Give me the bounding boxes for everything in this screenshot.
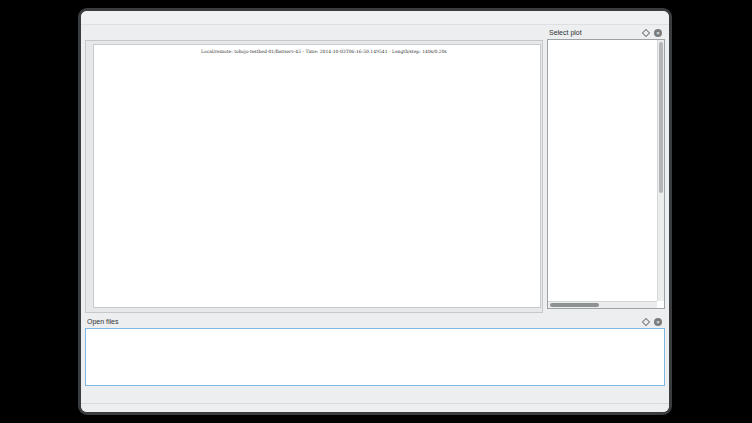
app-window: Local/remote: tohojo-testbed-01/fastserv…: [78, 8, 672, 415]
open-files-dock-header: Open files ×: [85, 315, 665, 328]
plot-list: [547, 39, 665, 309]
plot-list-items: [548, 40, 657, 301]
plot-caption: Local/remote: tohojo-testbed-01/fastserv…: [94, 49, 540, 54]
open-files-table[interactable]: [85, 328, 665, 386]
status-bar: [81, 403, 669, 413]
dock-close-icon[interactable]: ×: [654, 29, 662, 37]
dock-float-icon[interactable]: [642, 28, 650, 36]
open-files-dock-title: Open files: [85, 318, 119, 325]
dock-float-icon[interactable]: [642, 317, 650, 325]
dock-close-icon[interactable]: ×: [654, 318, 662, 326]
menubar: [81, 11, 669, 25]
open-files-dock: Open files ×: [85, 315, 665, 386]
plot-canvas[interactable]: Local/remote: tohojo-testbed-01/fastserv…: [93, 44, 541, 308]
select-plot-dock-header: Select plot ×: [547, 26, 665, 39]
plot-list-horizontal-scrollbar[interactable]: [548, 301, 657, 308]
select-plot-dock: Select plot ×: [547, 26, 665, 309]
plot-tab-page: Local/remote: tohojo-testbed-01/fastserv…: [85, 40, 543, 313]
scrollbar-thumb[interactable]: [659, 42, 663, 193]
select-plot-dock-title: Select plot: [547, 29, 582, 36]
plot-list-vertical-scrollbar[interactable]: [657, 40, 664, 301]
scrollbar-thumb[interactable]: [550, 303, 599, 307]
